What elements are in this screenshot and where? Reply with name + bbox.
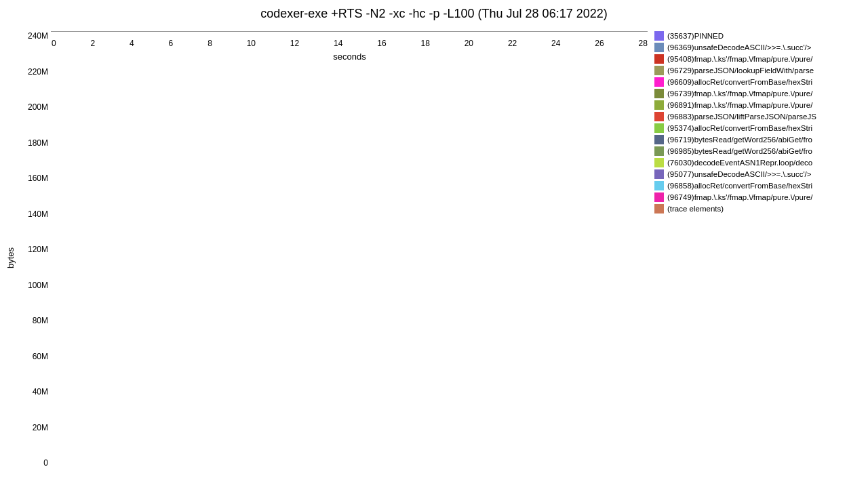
legend-item: (96883)parseJSON/liftParseJSON/parseJS <box>654 112 854 121</box>
legend: (35637)PINNED(96369)unsafeDecodeASCII/>>… <box>651 28 858 488</box>
legend-label: (96891)fmap.\.ks'/fmap.\/fmap/pure.\/pur… <box>667 101 812 109</box>
chart-body: bytes 240M220M200M180M160M140M120M100M80… <box>0 28 868 488</box>
legend-color <box>654 100 664 110</box>
legend-item: (trace elements) <box>654 204 854 214</box>
x-tick: 2 <box>91 39 96 48</box>
legend-label: (95077)unsafeDecodeASCII/>>=.\.succ'/> <box>667 170 812 178</box>
legend-color <box>654 31 664 41</box>
y-tick: 200M <box>28 102 48 112</box>
legend-item: (96749)fmap.\.ks'/fmap.\/fmap/pure.\/pur… <box>654 192 854 202</box>
x-tick: 28 <box>638 39 647 48</box>
y-tick: 60M <box>33 352 48 361</box>
legend-label: (95408)fmap.\.ks'/fmap.\/fmap/pure.\/pur… <box>667 55 812 63</box>
y-tick: 40M <box>33 387 48 396</box>
legend-label: (96883)parseJSON/liftParseJSON/parseJS <box>667 113 816 121</box>
legend-color <box>654 169 664 179</box>
y-tick: 180M <box>28 138 48 148</box>
legend-color <box>654 158 664 167</box>
legend-color <box>654 112 664 121</box>
x-tick: 8 <box>208 39 212 48</box>
y-tick: 160M <box>28 174 48 183</box>
legend-label: (trace elements) <box>667 205 724 213</box>
x-tick: 12 <box>290 39 299 48</box>
legend-label: (96729)parseJSON/lookupFieldWith/parse <box>667 66 814 75</box>
legend-color <box>654 77 664 87</box>
y-tick: 80M <box>33 316 48 325</box>
y-tick: 220M <box>28 67 48 77</box>
chart-area: bytes 240M220M200M180M160M140M120M100M80… <box>0 28 651 488</box>
y-tick: 0 <box>43 458 48 468</box>
legend-item: (95374)allocRet/convertFromBase/hexStri <box>654 123 854 133</box>
chart-title: codexer-exe +RTS -N2 -xc -hc -p -L100 (T… <box>260 7 607 21</box>
legend-item: (96985)bytesRead/getWord256/abiGet/fro <box>654 146 854 156</box>
legend-item: (95077)unsafeDecodeASCII/>>=.\.succ'/> <box>654 169 854 179</box>
legend-label: (96749)fmap.\.ks'/fmap.\/fmap/pure.\/pur… <box>667 193 812 201</box>
legend-item: (96609)allocRet/convertFromBase/hexStri <box>654 77 854 87</box>
legend-color <box>654 146 664 156</box>
x-tick: 6 <box>169 39 174 48</box>
legend-color <box>654 135 664 144</box>
legend-label: (96739)fmap.\.ks'/fmap.\/fmap/pure.\/pur… <box>667 89 812 98</box>
legend-label: (96369)unsafeDecodeASCII/>>=.\.succ'/> <box>667 43 812 52</box>
x-tick: 4 <box>130 39 134 48</box>
legend-item: (96858)allocRet/convertFromBase/hexStri <box>654 181 854 190</box>
legend-label: (96719)bytesRead/getWord256/abiGet/fro <box>667 136 812 144</box>
legend-item: (96891)fmap.\.ks'/fmap.\/fmap/pure.\/pur… <box>654 100 854 110</box>
x-tick: 16 <box>377 39 386 48</box>
y-tick: 120M <box>28 245 48 254</box>
chart-container: codexer-exe +RTS -N2 -xc -hc -p -L100 (T… <box>0 0 868 488</box>
legend-color <box>654 66 664 75</box>
y-axis-label: bytes <box>3 28 17 488</box>
x-axis-label: seconds <box>52 52 648 62</box>
x-tick: 22 <box>508 39 517 48</box>
legend-item: (96729)parseJSON/lookupFieldWith/parse <box>654 66 854 75</box>
legend-label: (95374)allocRet/convertFromBase/hexStri <box>667 124 812 132</box>
legend-color <box>654 204 664 214</box>
x-tick: 14 <box>334 39 342 48</box>
legend-label: (76030)decodeEventASN1Repr.loop/deco <box>667 159 812 167</box>
chart-plot-area: 0246810121416182022242628 seconds <box>51 31 648 32</box>
y-axis-ticks: 240M220M200M180M160M140M120M100M80M60M40… <box>17 28 51 488</box>
x-tick: 18 <box>420 39 429 48</box>
legend-item: (96739)fmap.\.ks'/fmap.\/fmap/pure.\/pur… <box>654 89 854 98</box>
legend-color <box>654 123 664 133</box>
y-tick: 100M <box>28 281 48 290</box>
legend-color <box>654 192 664 202</box>
y-tick: 140M <box>28 209 48 219</box>
x-tick: 0 <box>52 39 56 48</box>
legend-color <box>654 43 664 52</box>
x-tick: 26 <box>595 39 604 48</box>
legend-item: (96719)bytesRead/getWord256/abiGet/fro <box>654 135 854 144</box>
legend-item: (35637)PINNED <box>654 31 854 41</box>
legend-item: (95408)fmap.\.ks'/fmap.\/fmap/pure.\/pur… <box>654 54 854 64</box>
legend-label: (96858)allocRet/convertFromBase/hexStri <box>667 182 812 190</box>
legend-label: (35637)PINNED <box>667 32 724 40</box>
legend-color <box>654 54 664 64</box>
legend-item: (76030)decodeEventASN1Repr.loop/deco <box>654 158 854 167</box>
x-tick: 24 <box>551 39 560 48</box>
y-tick: 20M <box>33 423 48 432</box>
x-tick: 10 <box>247 39 256 48</box>
legend-item: (96369)unsafeDecodeASCII/>>=.\.succ'/> <box>654 43 854 52</box>
legend-label: (96609)allocRet/convertFromBase/hexStri <box>667 78 812 86</box>
x-tick: 20 <box>465 39 473 48</box>
legend-label: (96985)bytesRead/getWord256/abiGet/fro <box>667 147 812 155</box>
y-tick: 240M <box>28 31 48 41</box>
x-axis-ticks: 0246810121416182022242628 <box>52 39 648 48</box>
legend-color <box>654 181 664 190</box>
legend-color <box>654 89 664 98</box>
